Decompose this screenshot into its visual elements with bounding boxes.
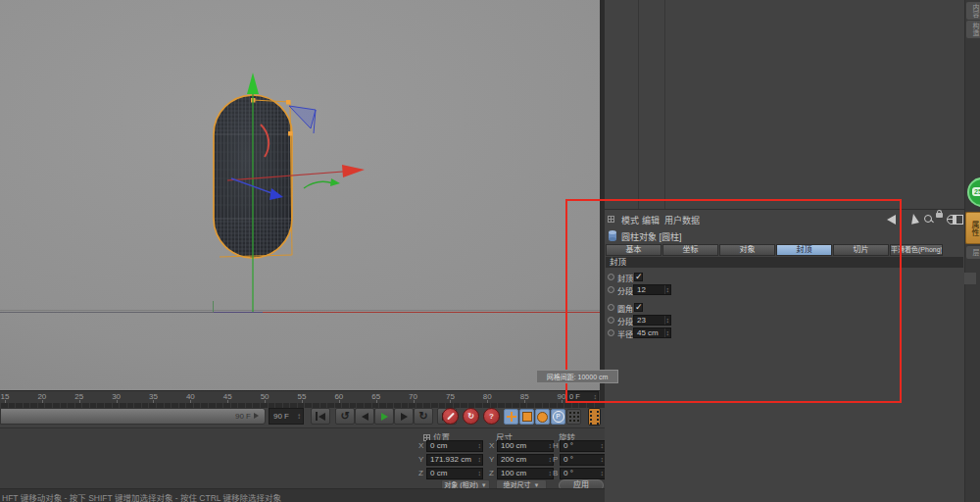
dock-tab-layers[interactable]: 层: [966, 246, 980, 259]
goto-start-button[interactable]: [311, 408, 330, 425]
decorative-icon: 90 F: [273, 412, 289, 421]
application-window: 网格间距: 10000 cm 1520253035404550556065707…: [0, 0, 980, 502]
loop-ccw-button[interactable]: ↺: [335, 408, 355, 425]
plane-handle-blue[interactable]: [289, 106, 316, 128]
spinner-arrows[interactable]: ↕: [549, 442, 553, 450]
record-keyframe-button[interactable]: [442, 408, 459, 425]
coordinate-value-field[interactable]: 100 cm↕: [497, 440, 554, 452]
coordinate-axis-label: B: [553, 469, 558, 477]
coordinate-axis-label: X: [418, 441, 423, 450]
coordinate-value-field[interactable]: 0 cm↕: [426, 440, 483, 452]
decorative-icon: 对象 (相对): [444, 481, 478, 488]
triangle-right-icon: [381, 413, 388, 421]
record-glyph-icon: ↻: [467, 413, 474, 421]
coordinate-value-field[interactable]: 200 cm↕: [497, 454, 554, 466]
spinner-arrows[interactable]: ↕: [601, 470, 605, 477]
gizmo-y-arrowhead[interactable]: [247, 73, 259, 94]
decorative-icon: 绝对尺寸: [504, 481, 531, 488]
coordinate-value-field[interactable]: 100 cm↕: [497, 468, 554, 479]
pick-mode-icon[interactable]: [909, 213, 919, 224]
coordinate-value-field[interactable]: 171.932 cm↕: [426, 454, 483, 466]
spinner-arrows[interactable]: ↕: [601, 456, 605, 464]
spinner-arrows[interactable]: ↕: [549, 470, 553, 477]
coordinate-axis-label: Z: [418, 469, 423, 477]
coordinate-axis-label: Z: [489, 469, 494, 477]
key-scale-toggle[interactable]: [519, 409, 534, 425]
gizmo-rotation-band[interactable]: [304, 181, 333, 188]
coordinate-axis-label: X: [489, 441, 494, 450]
grid-spacing-tooltip: 网格间距: 10000 cm: [536, 370, 618, 383]
decorative-icon: 90 F: [235, 412, 251, 421]
spinner-arrows[interactable]: ↕: [478, 470, 482, 477]
slider-arrow-icon: [254, 413, 259, 419]
spinner-arrows[interactable]: ↕: [549, 456, 553, 464]
dots-grid-icon: [568, 411, 580, 423]
coordinate-axis-label: Y: [489, 455, 494, 464]
panel-guide-line: [664, 0, 665, 209]
timeline-power-slider[interactable]: 90 F: [0, 408, 266, 425]
panel-layout-icon[interactable]: [953, 215, 963, 225]
bbox-handle[interactable]: [286, 100, 291, 105]
previous-key-button[interactable]: [355, 408, 374, 425]
key-scale-icon: [522, 412, 532, 422]
lock-icon[interactable]: [936, 213, 943, 218]
loop-arrow-icon: ↻: [418, 411, 427, 422]
dock-tab-attributes-active[interactable]: 属性: [965, 212, 980, 244]
viewport-scene: [0, 0, 600, 390]
spinner-arrows[interactable]: ↕: [478, 456, 482, 464]
triangle-right-icon: [401, 413, 408, 421]
next-key-button[interactable]: [394, 408, 414, 425]
gizmo-x-arrowhead[interactable]: [342, 165, 365, 177]
loop-cw-button[interactable]: ↻: [414, 408, 433, 425]
status-bar: HFT 键移动对象 - 按下 SHIFT 键增加选择对象 - 按住 CTRL 键…: [0, 488, 605, 502]
bar-icon: [316, 412, 318, 421]
record-needle-icon: [447, 413, 455, 421]
key-parameter-icon: P: [553, 411, 564, 423]
badge-label: 25: [972, 187, 980, 196]
coordinate-axis-label: H: [553, 441, 559, 450]
timeline-ruler[interactable]: 15202530354045505560657075808590: [0, 390, 600, 403]
play-button[interactable]: [374, 408, 394, 425]
viewport-3d[interactable]: 网格间距: 10000 cm: [0, 0, 600, 390]
bbox-handle[interactable]: [288, 131, 293, 136]
render-settings-icon[interactable]: [588, 408, 601, 426]
dock-tab-content[interactable]: 内容: [966, 2, 980, 20]
key-parameter-toggle[interactable]: P: [551, 409, 565, 425]
keyframe-options-button[interactable]: ?: [483, 408, 500, 425]
autokey-button[interactable]: ↻: [463, 408, 479, 425]
status-hint-text: HFT 键移动对象 - 按下 SHIFT 键增加选择对象 - 按住 CTRL 键…: [2, 491, 281, 502]
move-axes-icon: [507, 412, 516, 422]
coordinate-value-field[interactable]: 0 cm↕: [426, 468, 483, 479]
keyframe-selection-dots[interactable]: [566, 409, 581, 425]
triangle-left-icon: [362, 413, 368, 421]
key-rotation-icon: [537, 412, 548, 423]
record-glyph-icon: ?: [489, 413, 494, 421]
dock-tab-structure[interactable]: 构造: [966, 21, 980, 38]
key-position-toggle[interactable]: [504, 409, 518, 425]
coordinate-axis-label: P: [553, 455, 558, 464]
spinner-arrows-icon: ↕: [297, 412, 301, 422]
coordinate-axis-label: Y: [418, 455, 423, 464]
coordinate-value-field[interactable]: 0 °↕: [560, 468, 606, 479]
panel-guide-line: [638, 0, 639, 209]
spinner-arrows[interactable]: ↕: [478, 442, 482, 450]
spinner-arrows[interactable]: ↕: [601, 442, 605, 450]
coordinate-value-field[interactable]: 0 °↕: [560, 454, 606, 466]
triangle-left-icon: [318, 413, 325, 421]
loop-arrow-icon: ↺: [340, 411, 349, 422]
current-frame-field[interactable]: 90 F↕: [269, 408, 304, 425]
key-rotation-toggle[interactable]: [535, 409, 550, 425]
search-icon[interactable]: [924, 215, 932, 223]
dock-corner-box[interactable]: [964, 273, 976, 284]
coordinate-value-field[interactable]: 0 °↕: [560, 440, 606, 452]
